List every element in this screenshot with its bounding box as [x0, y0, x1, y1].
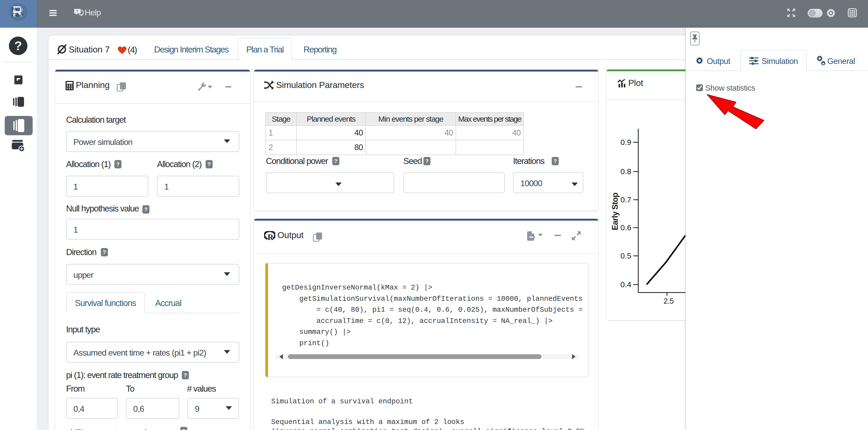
svg-text:0.9: 0.9 — [620, 138, 631, 146]
svg-text:0.7: 0.7 — [620, 195, 631, 204]
svg-text:R: R — [268, 232, 274, 241]
svg-text:0.6: 0.6 — [620, 223, 631, 232]
svg-text:Cloud: Cloud — [12, 13, 23, 17]
svg-text:PACT: PACT — [12, 7, 23, 11]
svg-text:0.5: 0.5 — [620, 252, 631, 260]
svg-text:0.8: 0.8 — [620, 167, 631, 176]
svg-text:0.4: 0.4 — [620, 280, 631, 289]
svg-text:?: ? — [76, 9, 79, 13]
